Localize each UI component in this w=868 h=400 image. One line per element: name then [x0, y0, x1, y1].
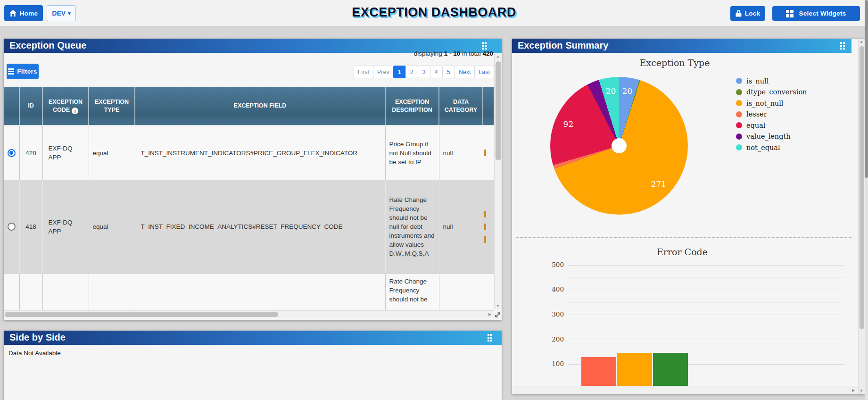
drag-handle-icon[interactable]	[840, 42, 845, 50]
bar	[653, 353, 688, 386]
filters-button[interactable]: Filters	[7, 64, 39, 79]
scroll-down-arrow[interactable]: ▼	[495, 304, 501, 308]
queue-vertical-scroll-thumb[interactable]	[496, 61, 501, 160]
column-header: EXCEPTION DESCRIPTION	[385, 87, 439, 125]
page-button-prev[interactable]: Prev	[373, 66, 394, 78]
exception-table: IDEXCEPTION CODEiEXCEPTION TYPEEXCEPTION…	[4, 87, 494, 310]
legend-dot	[736, 100, 742, 106]
lock-button[interactable]: Lock	[730, 6, 765, 21]
side-by-side-header: Side by Side	[4, 331, 502, 345]
scroll-right-arrow[interactable]: ▶	[487, 313, 493, 317]
queue-vertical-scrollbar[interactable]: ▲ ▼	[494, 54, 502, 309]
legend-dot	[736, 133, 742, 140]
legend-label: lesser	[746, 110, 767, 118]
field-cell: T_INST_INSTRUMENT_INDICATORS#PRICE_GROUP…	[135, 125, 385, 180]
table-header: IDEXCEPTION CODEiEXCEPTION TYPEEXCEPTION…	[4, 87, 494, 125]
summary-vertical-scrollbar[interactable]: ▲ ▼	[858, 39, 865, 394]
page-button-first[interactable]: First	[354, 66, 373, 78]
gridline-minor	[568, 302, 844, 303]
y-axis-tick-label: 100	[531, 360, 564, 367]
table-row: Rate Change Frequency should not be	[4, 274, 494, 310]
empty-state-text: Data Not Available	[8, 350, 61, 357]
select-widgets-button[interactable]: Select Widgets	[772, 6, 860, 21]
page-button-3[interactable]: 3	[418, 66, 430, 78]
table-row: 418EXF-DQ APPequalT_INST_FIXED_INCOME_AN…	[4, 180, 494, 274]
scroll-up-arrow[interactable]: ▲	[858, 40, 865, 44]
gridline	[568, 290, 844, 290]
page-scrollbar[interactable]	[865, 0, 868, 400]
legend-item[interactable]: equal	[736, 120, 807, 131]
queue-horizontal-scroll-thumb[interactable]	[5, 312, 278, 317]
legend-item[interactable]: not_equal	[736, 142, 807, 153]
gridline-minor	[568, 327, 844, 327]
page-button-4[interactable]: 4	[430, 66, 443, 78]
column-header: DATA CATEGORY	[439, 87, 483, 125]
summary-vertical-scroll-thumb[interactable]	[860, 46, 864, 329]
legend-label: value_length	[746, 133, 791, 140]
column-header: EXCEPTION CODEi	[42, 87, 89, 125]
id-cell: 420	[19, 125, 42, 180]
cat-cell: null	[439, 180, 483, 274]
column-header	[4, 87, 19, 125]
exception-summary-panel: Exception Summary Exception Type 2027192…	[512, 39, 865, 394]
resize-handle-icon[interactable]	[494, 311, 501, 318]
y-axis-tick-label: 500	[531, 261, 564, 268]
clipped-cell	[483, 125, 494, 180]
code-cell: EXF-DQ APP	[42, 180, 89, 274]
scroll-up-arrow[interactable]: ▲	[495, 55, 501, 58]
drag-handle-icon[interactable]	[488, 334, 492, 342]
y-axis-tick-label: 400	[531, 285, 564, 293]
filters-label: Filters	[17, 68, 37, 75]
info-icon[interactable]: i	[72, 108, 78, 114]
displaying-total: 420	[482, 50, 493, 57]
page-button-2[interactable]: 2	[405, 66, 418, 78]
exception-summary-title: Exception Summary	[518, 40, 608, 50]
lock-icon	[736, 10, 742, 17]
grid-icon	[786, 10, 794, 17]
desc-cell: Price Group if not Null should be set to…	[385, 125, 439, 180]
legend-item[interactable]: is_null	[736, 75, 807, 87]
gridline	[568, 265, 844, 266]
displaying-status: displaying 1 - 10 in total 420	[414, 50, 493, 57]
id-cell: 418	[19, 180, 42, 274]
page-button-last[interactable]: Last	[474, 66, 494, 78]
scroll-right-arrow[interactable]: ▶	[850, 389, 857, 392]
legend-item[interactable]: is_not_null	[736, 98, 807, 109]
cat-cell	[439, 274, 483, 310]
id-cell	[19, 274, 42, 310]
queue-horizontal-scrollbar[interactable]: ▶	[4, 310, 494, 318]
legend-label: is_null	[746, 77, 769, 85]
summary-horizontal-scrollbar[interactable]: ▶	[512, 386, 858, 394]
desc-cell: Rate Change Frequency should not be	[385, 274, 439, 310]
page-button-1[interactable]: 1	[393, 66, 406, 78]
row-radio[interactable]	[8, 223, 16, 231]
page-scroll-thumb[interactable]	[865, 0, 868, 178]
radio-cell	[4, 274, 19, 310]
radio-cell	[4, 180, 19, 274]
pie-legend: is_nulldtype_conversionis_not_nulllesser…	[736, 75, 807, 153]
pie-chart-title: Exception Type	[512, 58, 837, 68]
row-radio[interactable]	[8, 149, 16, 157]
exception-queue-panel: Exception Queue Filters displaying 1 - 1…	[4, 39, 502, 320]
gridline	[568, 340, 844, 340]
legend-item[interactable]: value_length	[736, 131, 807, 142]
pie-slice-value: 92	[563, 119, 574, 129]
legend-dot	[736, 122, 742, 128]
page-button-5[interactable]: 5	[442, 66, 455, 78]
legend-dot	[736, 111, 742, 117]
column-header: EXCEPTION FIELD	[135, 87, 385, 125]
code-cell	[42, 274, 89, 310]
y-axis-tick-label: 300	[531, 310, 564, 318]
scroll-down-arrow[interactable]: ▼	[858, 389, 865, 393]
drag-handle-icon[interactable]	[482, 42, 487, 50]
legend-item[interactable]: dtype_conversion	[736, 87, 807, 98]
cat-cell: null	[439, 125, 483, 180]
page-button-next[interactable]: Next	[455, 66, 475, 78]
column-header	[483, 87, 494, 125]
topbar: Home DEV ▾ EXCEPTION DASHBOARD Lock Sele…	[0, 0, 868, 26]
select-widgets-label: Select Widgets	[799, 10, 846, 17]
desc-cell: Rate Change Frequency should not be null…	[385, 180, 439, 274]
legend-item[interactable]: lesser	[736, 109, 807, 120]
legend-label: equal	[746, 122, 765, 129]
column-header: ID	[19, 87, 42, 125]
